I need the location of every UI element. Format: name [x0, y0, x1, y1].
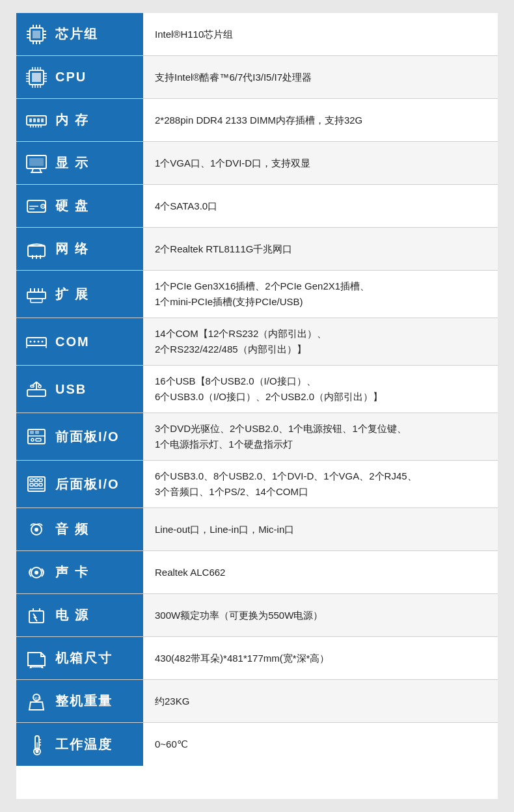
svg-rect-84 [39, 479, 42, 481]
svg-text:KG: KG [34, 696, 41, 701]
value-sound-card: Realtek ALC662 [143, 551, 498, 593]
label-front-io: 前面板I/O [16, 413, 143, 460]
svg-rect-83 [34, 479, 38, 481]
svg-point-90 [34, 528, 38, 532]
spec-row: 显 示1个VGA口、1个DVI-D口，支持双显 [16, 142, 498, 185]
cpu-icon [23, 64, 50, 91]
spec-row: 前面板I/O3个DVD光驱位、2个USB2.0、1个电源按钮、1个复位键、 1个… [16, 413, 498, 461]
value-memory: 2*288pin DDR4 2133 DIMM内存插槽，支持32G [143, 99, 498, 141]
spec-row: 芯片组Intel®H110芯片组 [16, 13, 498, 56]
svg-rect-56 [27, 292, 46, 299]
svg-rect-85 [30, 483, 33, 486]
spec-row: 电 源300W额定功率（可更换为550W电源） [16, 594, 498, 637]
label-display: 显 示 [16, 142, 143, 184]
weight-icon: KG [23, 688, 50, 715]
usb-icon [23, 375, 50, 403]
label-text-sound-card: 声 卡 [55, 563, 89, 581]
value-chipset: Intel®H110芯片组 [143, 13, 498, 55]
svg-point-74 [38, 385, 41, 388]
label-text-audio: 音 频 [55, 521, 89, 538]
svg-rect-34 [33, 118, 36, 122]
svg-rect-46 [29, 158, 44, 166]
spec-row: 内 存2*288pin DDR4 2133 DIMM内存插槽，支持32G [16, 99, 498, 142]
spec-row: COM14个COM【12个RS232（内部引出）、 2个RS232/422/48… [16, 318, 498, 366]
label-temperature: 工作温度 [16, 723, 143, 766]
spec-row: CPU支持Intel®酷睿™6/7代I3/I5/I7处理器 [16, 56, 498, 99]
svg-point-77 [31, 439, 34, 441]
label-hdd: 硬 盘 [16, 185, 143, 227]
front-io-icon [23, 423, 50, 450]
hdd-icon [23, 193, 50, 220]
com-icon [23, 328, 50, 355]
label-sound-card: 声 卡 [16, 551, 143, 593]
value-front-io: 3个DVD光驱位、2个USB2.0、1个电源按钮、1个复位键、 1个电源指示灯、… [143, 413, 498, 460]
label-text-display: 显 示 [55, 154, 89, 172]
label-text-rear-io: 后面板I/O [55, 476, 120, 493]
label-power: 电 源 [16, 594, 143, 636]
value-hdd: 4个SATA3.0口 [143, 185, 498, 227]
svg-rect-82 [30, 479, 33, 481]
value-com: 14个COM【12个RS232（内部引出）、 2个RS232/422/485（内… [143, 318, 498, 365]
label-text-expansion: 扩 展 [55, 286, 89, 303]
spec-row: USB16个USB【8个USB2.0（I/O接口）、 6个USB3.0（I/O接… [16, 366, 498, 413]
label-memory: 内 存 [16, 99, 143, 141]
value-usb: 16个USB【8个USB2.0（I/O接口）、 6个USB3.0（I/O接口）、… [143, 366, 498, 413]
svg-point-65 [38, 341, 40, 343]
svg-rect-33 [29, 118, 32, 122]
label-com: COM [16, 318, 143, 365]
sound-card-icon [23, 559, 50, 586]
spec-row: 机箱尺寸430(482带耳朵)*481*177mm(宽*深*高） [16, 637, 498, 680]
label-weight: KG 整机重量 [16, 680, 143, 722]
value-power: 300W额定功率（可更换为550W电源） [143, 594, 498, 636]
audio-icon [23, 516, 50, 543]
label-chipset: 芯片组 [16, 13, 143, 55]
label-text-weight: 整机重量 [55, 692, 113, 710]
svg-rect-80 [35, 431, 39, 434]
label-network: 网 络 [16, 228, 143, 270]
svg-rect-69 [27, 390, 46, 396]
value-temperature: 0~60℃ [143, 723, 498, 766]
label-cpu: CPU [16, 56, 143, 98]
value-rear-io: 6个USB3.0、8个USB2.0、1个DVI-D、1个VGA、2个RJ45、 … [143, 461, 498, 508]
temperature-icon [23, 731, 50, 758]
spec-row: 音 频Line-out口，Line-in口，Mic-in口 [16, 508, 498, 551]
svg-point-66 [42, 341, 44, 343]
label-text-front-io: 前面板I/O [55, 428, 120, 446]
spec-row: 后面板I/O6个USB3.0、8个USB2.0、1个DVI-D、1个VGA、2个… [16, 461, 498, 508]
power-icon [23, 602, 50, 629]
value-cpu: 支持Intel®酷睿™6/7代I3/I5/I7处理器 [143, 56, 498, 98]
spec-row: KG 整机重量约23KG [16, 680, 498, 723]
svg-rect-86 [34, 483, 38, 486]
value-audio: Line-out口，Line-in口，Mic-in口 [143, 508, 498, 550]
svg-point-64 [34, 341, 36, 343]
label-text-dimensions: 机箱尺寸 [55, 649, 113, 667]
label-text-com: COM [55, 334, 90, 349]
value-weight: 约23KG [143, 680, 498, 722]
spec-row: 声 卡Realtek ALC662 [16, 551, 498, 594]
label-rear-io: 后面板I/O [16, 461, 143, 508]
svg-point-107 [36, 750, 39, 753]
dimensions-icon [23, 645, 50, 672]
expansion-icon [23, 280, 50, 308]
label-text-memory: 内 存 [55, 111, 89, 129]
svg-rect-36 [41, 118, 44, 122]
svg-rect-78 [36, 439, 41, 441]
label-audio: 音 频 [16, 508, 143, 550]
label-text-cpu: CPU [55, 70, 87, 85]
label-text-hdd: 硬 盘 [55, 197, 89, 215]
label-text-power: 电 源 [55, 606, 89, 624]
svg-rect-87 [39, 483, 42, 486]
svg-point-49 [42, 206, 44, 207]
memory-icon [23, 107, 50, 134]
display-icon [23, 150, 50, 177]
label-text-usb: USB [55, 382, 87, 397]
value-display: 1个VGA口、1个DVI-D口，支持双显 [143, 142, 498, 184]
svg-rect-35 [37, 118, 40, 122]
svg-rect-52 [28, 246, 45, 256]
label-usb: USB [16, 366, 143, 413]
value-expansion: 1个PCIe Gen3X16插槽、2个PCIe Gen2X1插槽、 1个mini… [143, 271, 498, 318]
spec-table: 芯片组Intel®H110芯片组 CPU支持Intel®酷睿™6/7代I3/I5… [16, 13, 498, 766]
svg-rect-79 [30, 431, 34, 434]
spec-row: 扩 展1个PCIe Gen3X16插槽、2个PCIe Gen2X1插槽、 1个m… [16, 271, 498, 318]
svg-point-63 [30, 341, 32, 343]
